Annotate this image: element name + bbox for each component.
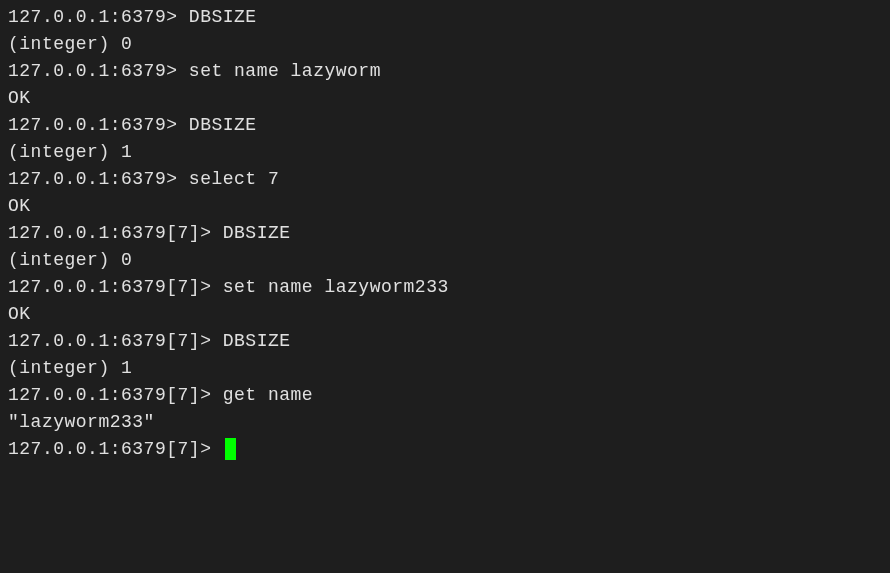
terminal-prompt: 127.0.0.1:6379[7]> (8, 439, 223, 459)
terminal-line: 127.0.0.1:6379[7]> set name lazyworm233 (8, 274, 882, 301)
terminal-prompt: 127.0.0.1:6379[7]> (8, 277, 223, 297)
terminal-response: (integer) 0 (8, 34, 132, 54)
terminal-line: 127.0.0.1:6379[7]> get name (8, 382, 882, 409)
terminal-response: OK (8, 88, 31, 108)
terminal-line: 127.0.0.1:6379[7]> DBSIZE (8, 328, 882, 355)
terminal-command: set name lazyworm (189, 61, 381, 81)
terminal-line: 127.0.0.1:6379> set name lazyworm (8, 58, 882, 85)
terminal-line: OK (8, 301, 882, 328)
terminal-line: 127.0.0.1:6379[7]> (8, 436, 882, 463)
terminal-prompt: 127.0.0.1:6379[7]> (8, 385, 223, 405)
terminal-line: (integer) 0 (8, 247, 882, 274)
terminal-line: 127.0.0.1:6379> DBSIZE (8, 112, 882, 139)
terminal-command: DBSIZE (223, 223, 291, 243)
terminal-line: OK (8, 193, 882, 220)
terminal-response: (integer) 0 (8, 250, 132, 270)
terminal-command: set name lazyworm233 (223, 277, 449, 297)
terminal-line: "lazyworm233" (8, 409, 882, 436)
terminal-line: (integer) 1 (8, 139, 882, 166)
terminal-response: "lazyworm233" (8, 412, 155, 432)
terminal-prompt: 127.0.0.1:6379> (8, 169, 189, 189)
terminal-line: 127.0.0.1:6379> select 7 (8, 166, 882, 193)
terminal-response: (integer) 1 (8, 358, 132, 378)
terminal-command: get name (223, 385, 313, 405)
terminal-output[interactable]: 127.0.0.1:6379> DBSIZE(integer) 0127.0.0… (8, 4, 882, 463)
terminal-line: (integer) 0 (8, 31, 882, 58)
terminal-line: 127.0.0.1:6379[7]> DBSIZE (8, 220, 882, 247)
terminal-command: DBSIZE (189, 7, 257, 27)
terminal-prompt: 127.0.0.1:6379> (8, 61, 189, 81)
terminal-prompt: 127.0.0.1:6379> (8, 7, 189, 27)
terminal-response: (integer) 1 (8, 142, 132, 162)
terminal-line: (integer) 1 (8, 355, 882, 382)
terminal-response: OK (8, 304, 31, 324)
terminal-command: DBSIZE (223, 331, 291, 351)
terminal-response: OK (8, 196, 31, 216)
cursor-icon (225, 438, 236, 460)
terminal-line: OK (8, 85, 882, 112)
terminal-prompt: 127.0.0.1:6379> (8, 115, 189, 135)
terminal-line: 127.0.0.1:6379> DBSIZE (8, 4, 882, 31)
terminal-command: DBSIZE (189, 115, 257, 135)
terminal-prompt: 127.0.0.1:6379[7]> (8, 331, 223, 351)
terminal-command: select 7 (189, 169, 279, 189)
terminal-prompt: 127.0.0.1:6379[7]> (8, 223, 223, 243)
